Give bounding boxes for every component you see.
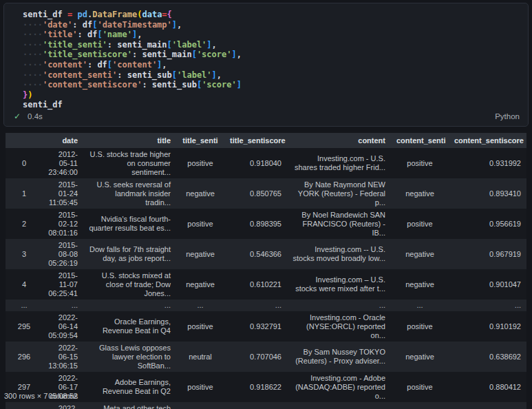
- cell-title-senti: negative: [176, 239, 224, 269]
- code-token: [: [172, 70, 177, 80]
- cell-title-sentiscore: 0.898395: [224, 209, 287, 239]
- cell-content-sentiscore: 0.956619: [449, 209, 526, 239]
- cell-title: Glass Lewis opposes lawyer election to S…: [83, 342, 176, 372]
- code-token: 'dateTimestamp': [97, 20, 171, 30]
- table-row: 32015-08-08 05:26:19Dow falls for 7th st…: [6, 239, 526, 269]
- cell-status-bar: ✓ 0.4s Python: [14, 110, 520, 123]
- cell-content-senti: negative: [391, 342, 449, 372]
- code-token: [: [97, 30, 102, 39]
- cell-content-sentiscore: 0.880412: [449, 372, 526, 402]
- code-token: [72, 10, 77, 19]
- code-token: 'score': [202, 80, 237, 90]
- header-cell-date: date: [43, 133, 83, 148]
- code-token: =: [162, 10, 167, 19]
- cell-date: 2015-11-07 06:25:41: [43, 269, 83, 300]
- header-cell-index: [6, 133, 43, 148]
- code-token: ]: [212, 70, 217, 80]
- header-cell-title-senti: title_senti: [176, 133, 224, 148]
- cell-index: 295: [6, 311, 43, 342]
- table-row: 2982022-06-22 08:30:49Meta and other tec…: [6, 402, 526, 409]
- table-row: 2952022-06-14 05:09:54Oracle Earnings, R…: [6, 311, 526, 342]
- code-token: :: [72, 20, 82, 30]
- cell-title: Adobe Earnings, Revenue Beat in Q2: [83, 372, 176, 402]
- cell-title-sentiscore: 0.932791: [224, 311, 287, 342]
- code-line: }): [23, 90, 521, 101]
- code-token: [63, 10, 67, 19]
- cell-content: Investing.com - Adobe (NASDAQ:ADBE) repo…: [287, 372, 391, 402]
- notebook-code-cell: senti_df = pd.DataFrame(data={····'date'…: [3, 3, 529, 127]
- code-token: :: [142, 80, 151, 90]
- cell-content-senti: positive: [391, 148, 449, 178]
- code-token: ,: [162, 60, 167, 70]
- code-token: ,: [177, 20, 182, 30]
- code-line: ····'content_sentiscore': senti_sub['sco…: [23, 80, 521, 90]
- code-token: ····: [23, 20, 43, 30]
- code-token: ]: [231, 50, 236, 59]
- cell-index: 2: [6, 209, 43, 239]
- table-row: 02012-05-11 23:46:00U.S. stocks trade hi…: [6, 148, 526, 178]
- cell-index: 3: [6, 239, 43, 269]
- code-token: [: [107, 60, 112, 70]
- code-token: :: [117, 70, 127, 80]
- cell-content: Investing.com -- U.S. stocks moved broad…: [287, 239, 391, 269]
- cell-title: U.S. stocks trade higher on consumer sen…: [83, 148, 176, 178]
- cell-date: 2015-02-12 08:01:16: [43, 209, 83, 239]
- dataframe-shape-footer: 300 rows × 7 columns: [4, 392, 78, 400]
- cell-content: By Katie Paul (Reuters) - Meta, Microsof…: [287, 402, 391, 409]
- code-token: senti_main: [117, 40, 167, 50]
- code-token: {: [167, 10, 172, 19]
- cell-title-sentiscore: 0.850765: [224, 178, 287, 209]
- code-token: ····: [23, 50, 43, 59]
- code-token: 'name': [103, 30, 132, 39]
- cell-content-senti: positive: [391, 402, 449, 409]
- code-token: ····: [23, 80, 43, 90]
- table-row: 2962022-06-15 13:06:15Glass Lewis oppose…: [6, 342, 526, 372]
- code-line: ····'title_sentiscore': senti_main['scor…: [23, 50, 521, 60]
- code-token: [: [167, 40, 172, 50]
- cell-content-sentiscore: 0.910192: [449, 311, 526, 342]
- cell-content-senti: positive: [391, 372, 449, 402]
- cell-content-senti: positive: [391, 209, 449, 239]
- code-token: 'content': [112, 60, 157, 70]
- header-cell-title: title: [83, 133, 176, 148]
- cell-content: By Nate Raymond NEW YORK (Reuters) - Fed…: [287, 178, 391, 209]
- code-line: ····'content': df['content'],: [23, 60, 521, 70]
- code-token: :: [132, 50, 142, 59]
- code-token: [: [192, 50, 197, 59]
- code-token: :: [77, 30, 87, 39]
- cell-date: 2015-01-24 11:05:45: [43, 178, 83, 209]
- cell-date: 2015-08-08 05:26:19: [43, 239, 83, 269]
- code-token: 'date': [43, 20, 72, 30]
- cell-index: 296: [6, 342, 43, 372]
- cell-title-senti: positive: [176, 311, 224, 342]
- cell-content: Investing.com - Oracle (NYSE:ORCL) repor…: [287, 311, 391, 342]
- cell-title-sentiscore: 0.610221: [224, 269, 287, 300]
- cell-title: U.S. stocks mixed at close of trade; Dow…: [83, 269, 176, 300]
- cell-date: 2022-06-14 05:09:54: [43, 311, 83, 342]
- code-line: ····'title': df['name'],: [23, 30, 521, 40]
- cell-title: Meta and other tech giants form metavers…: [83, 402, 176, 409]
- cell-content: By Noel Randewich SAN FRANCISCO (Reuters…: [287, 209, 391, 239]
- header-cell-content: content: [287, 133, 391, 148]
- cell-title: ...: [83, 300, 176, 311]
- code-token: ····: [23, 30, 43, 39]
- code-token: pd: [78, 10, 87, 19]
- code-token: 'label': [172, 40, 207, 50]
- code-token: ]: [206, 40, 211, 50]
- cell-index: ...: [6, 300, 43, 311]
- code-token: ····: [23, 60, 43, 70]
- cell-title-sentiscore: 0.918622: [224, 372, 287, 402]
- cell-title-sentiscore: 0.546366: [224, 239, 287, 269]
- code-editor[interactable]: senti_df = pd.DataFrame(data={····'date'…: [23, 10, 521, 110]
- cell-content-sentiscore: 0.774177: [449, 402, 526, 409]
- cell-content-sentiscore: 0.901047: [449, 269, 526, 300]
- cell-content-senti: negative: [391, 239, 449, 269]
- code-token: ,: [137, 30, 142, 39]
- code-token: 'score': [197, 50, 232, 59]
- table-row: 22015-02-12 08:01:16Nvidia's fiscal four…: [6, 209, 526, 239]
- table-header-row: datetitletitle_sentititle_sentiscorecont…: [6, 133, 526, 148]
- code-token: 'title_senti': [43, 40, 107, 50]
- cell-title: Dow falls for 7th straight day, as jobs …: [83, 239, 176, 269]
- kernel-language-label[interactable]: Python: [495, 112, 520, 120]
- ellipsis-row: ........................: [6, 300, 526, 311]
